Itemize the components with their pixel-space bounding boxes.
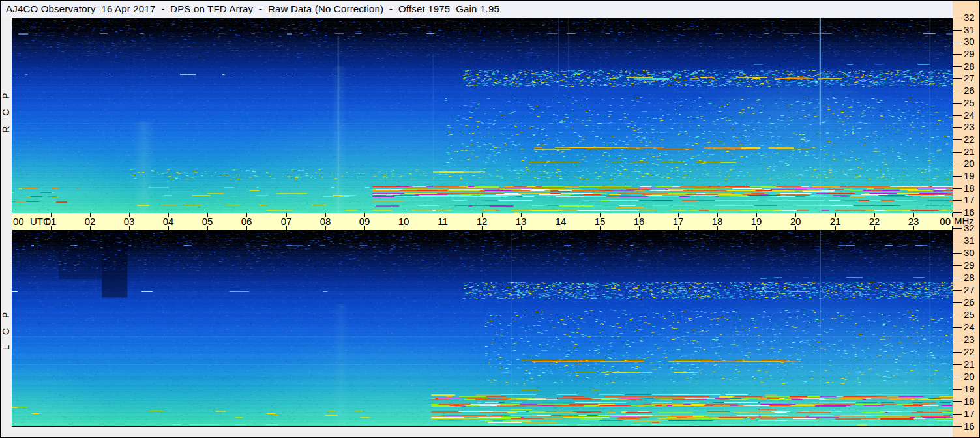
freq-tick xyxy=(953,253,962,254)
freq-tick xyxy=(953,340,962,340)
freq-tick-label: 19 xyxy=(964,171,978,181)
freq-tick-label: 32 xyxy=(964,223,978,233)
freq-tick-label: 16 xyxy=(964,207,978,218)
freq-tick xyxy=(953,327,962,328)
hour-label: 12 xyxy=(473,216,490,227)
rcp-spectrogram xyxy=(12,18,953,213)
freq-tick xyxy=(953,18,962,18)
freq-tick-label: 32 xyxy=(964,12,978,23)
freq-tick-label: 27 xyxy=(964,285,978,295)
freq-tick-label: 28 xyxy=(964,272,978,283)
freq-tick xyxy=(953,188,962,189)
hour-tick xyxy=(12,213,12,217)
hour-tick xyxy=(12,226,12,230)
freq-tick-label: 20 xyxy=(964,372,978,382)
freq-tick xyxy=(953,290,962,291)
utc-label: UTC xyxy=(30,216,50,227)
freq-tick-label: 17 xyxy=(964,409,978,419)
freq-tick xyxy=(953,78,962,79)
hour-label: 23 xyxy=(905,216,922,227)
freq-tick xyxy=(953,66,962,67)
hour-label: 00 xyxy=(932,216,951,227)
hour-label: 16 xyxy=(631,216,647,227)
hour-label: 11 xyxy=(434,216,451,227)
freq-tick-label: 16 xyxy=(964,421,978,431)
hour-label: 02 xyxy=(82,216,98,227)
freq-tick xyxy=(953,241,962,241)
freq-tick xyxy=(953,426,962,427)
hour-label: 00 xyxy=(13,216,27,227)
freq-tick-label: 21 xyxy=(964,359,978,370)
freq-tick-label: 21 xyxy=(964,147,978,157)
freq-tick xyxy=(953,414,962,415)
freq-tick-label: 22 xyxy=(964,347,978,357)
hour-label: 03 xyxy=(121,216,138,227)
spectrograph-window: AJ4CO Observatory 16 Apr 2017 - DPS on T… xyxy=(0,0,980,438)
freq-tick xyxy=(953,176,962,177)
freq-tick xyxy=(953,315,962,315)
freq-tick xyxy=(953,127,962,128)
freq-tick xyxy=(953,152,962,153)
freq-tick-label: 24 xyxy=(964,322,978,332)
freq-tick-label: 30 xyxy=(964,248,978,258)
freq-tick xyxy=(953,115,962,116)
freq-tick-label: 24 xyxy=(964,110,978,121)
lcp-polarization-text: L C P xyxy=(1,308,11,351)
freq-tick-label: 18 xyxy=(964,183,978,194)
hour-label: 08 xyxy=(317,216,334,227)
freq-tick-label: 19 xyxy=(964,384,978,394)
frequency-scale: MHz 323130292827262524232221201918171632… xyxy=(953,1,979,437)
freq-tick-label: 29 xyxy=(964,260,978,270)
hour-label: 19 xyxy=(748,216,765,227)
freq-tick xyxy=(953,42,962,42)
freq-tick-label: 31 xyxy=(964,235,978,246)
freq-tick-label: 31 xyxy=(964,25,978,35)
title-bar: AJ4CO Observatory 16 Apr 2017 - DPS on T… xyxy=(1,1,953,18)
freq-tick-label: 23 xyxy=(964,122,978,132)
freq-tick xyxy=(953,91,962,91)
freq-tick xyxy=(953,200,962,201)
hour-label: 22 xyxy=(866,216,883,227)
freq-tick-label: 17 xyxy=(964,195,978,205)
freq-tick-label: 27 xyxy=(964,73,978,83)
freq-tick-label: 28 xyxy=(964,61,978,72)
freq-tick xyxy=(953,54,962,55)
lcp-polarization-label: L C P xyxy=(0,290,12,368)
hour-label: 06 xyxy=(238,216,255,227)
freq-tick-label: 29 xyxy=(964,49,978,59)
freq-tick-label: 26 xyxy=(964,297,978,308)
freq-tick xyxy=(953,30,962,31)
rcp-polarization-label: R C P xyxy=(0,72,12,150)
hour-label: 14 xyxy=(552,216,569,227)
hour-label: 05 xyxy=(199,216,216,227)
freq-tick xyxy=(953,377,962,377)
lcp-spectrogram xyxy=(12,230,953,427)
freq-tick xyxy=(953,139,962,140)
freq-tick xyxy=(953,402,962,402)
hour-label: 04 xyxy=(160,216,177,227)
freq-tick xyxy=(953,228,962,229)
hour-label: 10 xyxy=(395,216,412,227)
freq-tick-label: 18 xyxy=(964,396,978,407)
freq-tick xyxy=(953,265,962,266)
freq-tick xyxy=(953,352,962,353)
freq-tick xyxy=(953,278,962,278)
hour-label: 21 xyxy=(827,216,844,227)
bottom-margin xyxy=(1,427,953,437)
freq-tick-label: 25 xyxy=(964,310,978,320)
hour-label: 20 xyxy=(787,216,804,227)
freq-tick xyxy=(953,364,962,365)
hour-label: 07 xyxy=(278,216,295,227)
rcp-polarization-text: R C P xyxy=(1,89,11,132)
hour-label: 18 xyxy=(709,216,726,227)
freq-tick xyxy=(953,212,962,213)
time-axis: 0001020304050607080910111213141516171819… xyxy=(12,213,953,230)
freq-tick-label: 26 xyxy=(964,85,978,96)
freq-tick xyxy=(953,164,962,164)
freq-tick xyxy=(953,389,962,390)
hour-label: 17 xyxy=(670,216,687,227)
freq-tick-label: 25 xyxy=(964,98,978,108)
freq-tick xyxy=(953,103,962,104)
freq-tick-label: 22 xyxy=(964,134,978,145)
hour-label: 09 xyxy=(356,216,373,227)
